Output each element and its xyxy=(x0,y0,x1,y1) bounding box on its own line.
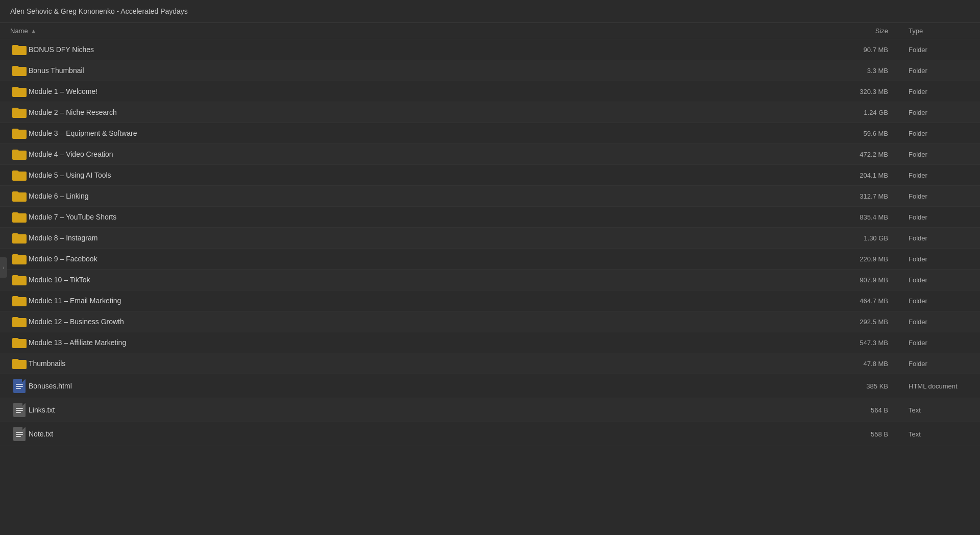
table-row[interactable]: Module 10 – TikTok 907.9 MB Folder xyxy=(0,270,980,290)
table-row[interactable]: Module 7 – YouTube Shorts 835.4 MB Folde… xyxy=(0,207,980,228)
sidebar-toggle[interactable]: › xyxy=(0,257,7,278)
file-size: 1.30 GB xyxy=(817,234,888,242)
folder-icon xyxy=(12,169,27,181)
table-row[interactable]: Module 5 – Using AI Tools 204.1 MB Folde… xyxy=(0,165,980,186)
table-row[interactable]: Module 1 – Welcome! 320.3 MB Folder xyxy=(0,81,980,102)
table-row[interactable]: Bonuses.html 385 KB HTML document xyxy=(0,374,980,398)
file-type: Folder xyxy=(888,276,970,284)
folder-icon xyxy=(12,128,27,139)
file-type: Folder xyxy=(888,255,970,263)
file-size: 312.7 MB xyxy=(817,192,888,200)
file-name: Module 3 – Equipment & Software xyxy=(29,129,817,137)
file-icon-container xyxy=(10,65,29,76)
file-name: Bonuses.html xyxy=(29,382,817,390)
file-icon-container xyxy=(10,44,29,55)
file-size: 220.9 MB xyxy=(817,255,888,263)
file-type: Text xyxy=(888,406,970,414)
file-icon-container xyxy=(10,232,29,244)
file-icon-container xyxy=(10,169,29,181)
file-type: Folder xyxy=(888,213,970,221)
file-name: Module 10 – TikTok xyxy=(29,276,817,284)
table-row[interactable]: Bonus Thumbnail 3.3 MB Folder xyxy=(0,60,980,81)
file-icon-container xyxy=(10,253,29,264)
table-row[interactable]: Module 13 – Affiliate Marketing 547.3 MB… xyxy=(0,332,980,353)
table-row[interactable]: Module 4 – Video Creation 472.2 MB Folde… xyxy=(0,144,980,165)
folder-icon xyxy=(12,274,27,285)
file-type: Folder xyxy=(888,339,970,347)
folder-icon xyxy=(12,232,27,244)
file-icon-container xyxy=(10,274,29,285)
file-name: Module 4 – Video Creation xyxy=(29,150,817,158)
table-row[interactable]: Module 11 – Email Marketing 464.7 MB Fol… xyxy=(0,290,980,311)
file-size: 47.8 MB xyxy=(817,360,888,368)
file-size: 547.3 MB xyxy=(817,339,888,347)
file-name: Module 11 – Email Marketing xyxy=(29,297,817,305)
file-name: Bonus Thumbnail xyxy=(29,66,817,75)
file-list: BONUS DFY Niches 90.7 MB Folder Bonus Th… xyxy=(0,39,980,446)
file-icon-container xyxy=(10,211,29,223)
file-size: 385 KB xyxy=(817,382,888,390)
file-icon-container xyxy=(10,403,29,417)
file-type: Folder xyxy=(888,172,970,179)
file-size: 320.3 MB xyxy=(817,88,888,95)
file-type: Folder xyxy=(888,151,970,158)
file-size: 1.24 GB xyxy=(817,109,888,116)
folder-icon xyxy=(12,211,27,223)
file-name: Module 7 – YouTube Shorts xyxy=(29,213,817,221)
file-size: 835.4 MB xyxy=(817,213,888,221)
file-type: Folder xyxy=(888,46,970,54)
file-name: Module 8 – Instagram xyxy=(29,234,817,242)
file-name: Module 12 – Business Growth xyxy=(29,318,817,326)
table-row[interactable]: Module 2 – Niche Research 1.24 GB Folder xyxy=(0,102,980,123)
table-row[interactable]: Module 9 – Facebook 220.9 MB Folder xyxy=(0,249,980,270)
file-type: Folder xyxy=(888,297,970,305)
file-icon-container xyxy=(10,86,29,97)
file-name: Module 9 – Facebook xyxy=(29,255,817,263)
name-column-header[interactable]: Name ▲ xyxy=(10,27,817,35)
file-name: Module 1 – Welcome! xyxy=(29,87,817,95)
file-type: Folder xyxy=(888,318,970,326)
file-type: Text xyxy=(888,430,970,438)
table-row[interactable]: Note.txt 558 B Text xyxy=(0,422,980,446)
file-icon-container xyxy=(10,190,29,202)
file-name: Module 6 – Linking xyxy=(29,192,817,200)
file-icon-container xyxy=(10,128,29,139)
file-name: Module 5 – Using AI Tools xyxy=(29,171,817,179)
table-row[interactable]: Module 3 – Equipment & Software 59.6 MB … xyxy=(0,123,980,144)
folder-icon xyxy=(12,86,27,97)
file-icon-container xyxy=(10,149,29,160)
folder-icon xyxy=(12,65,27,76)
type-column-header[interactable]: Type xyxy=(888,27,970,35)
file-name: BONUS DFY Niches xyxy=(29,45,817,54)
file-size: 464.7 MB xyxy=(817,297,888,305)
table-row[interactable]: Module 8 – Instagram 1.30 GB Folder xyxy=(0,228,980,249)
file-size: 204.1 MB xyxy=(817,172,888,179)
file-size: 3.3 MB xyxy=(817,67,888,75)
file-icon-container xyxy=(10,379,29,393)
folder-icon xyxy=(12,190,27,202)
table-row[interactable]: BONUS DFY Niches 90.7 MB Folder xyxy=(0,39,980,60)
file-name: Module 13 – Affiliate Marketing xyxy=(29,338,817,347)
folder-icon xyxy=(12,107,27,118)
name-label: Name xyxy=(10,27,28,35)
table-row[interactable]: Thumbnails 47.8 MB Folder xyxy=(0,353,980,374)
app-title: Alen Sehovic & Greg Kononenko - Accelera… xyxy=(10,7,188,15)
table-row[interactable]: Module 6 – Linking 312.7 MB Folder xyxy=(0,186,980,207)
file-type: Folder xyxy=(888,67,970,75)
txt-icon xyxy=(13,403,26,417)
table-row[interactable]: Links.txt 564 B Text xyxy=(0,398,980,422)
file-name: Links.txt xyxy=(29,406,817,414)
file-type: Folder xyxy=(888,130,970,137)
sort-arrow-icon: ▲ xyxy=(31,28,36,34)
table-row[interactable]: Module 12 – Business Growth 292.5 MB Fol… xyxy=(0,311,980,332)
file-type: Folder xyxy=(888,234,970,242)
folder-icon xyxy=(12,337,27,348)
file-size: 558 B xyxy=(817,430,888,438)
file-size: 564 B xyxy=(817,406,888,414)
size-column-header[interactable]: Size xyxy=(817,27,888,35)
folder-icon xyxy=(12,149,27,160)
folder-icon xyxy=(12,316,27,327)
file-name: Thumbnails xyxy=(29,359,817,368)
file-type: Folder xyxy=(888,192,970,200)
file-size: 907.9 MB xyxy=(817,276,888,284)
